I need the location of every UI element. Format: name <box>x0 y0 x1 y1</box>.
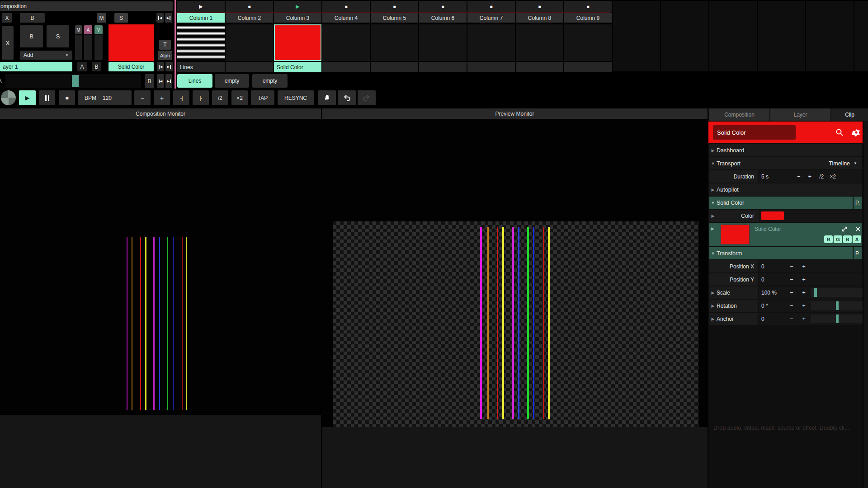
param-decrease-button[interactable]: − <box>787 313 796 325</box>
clip-label-5[interactable] <box>371 62 418 72</box>
section-dashboard[interactable]: ▶ Dashboard <box>709 144 862 156</box>
solid-color-effect-box[interactable]: ▶ Solid Color RGBA <box>709 223 862 246</box>
column-header-1[interactable]: Column 1 <box>177 13 225 23</box>
stop-button[interactable]: ■ <box>59 90 75 105</box>
clip-cell-8[interactable] <box>516 24 563 61</box>
param-value[interactable]: 0 <box>759 277 764 283</box>
solid-color-params-button[interactable]: P. <box>854 197 862 209</box>
channel-toggle-a[interactable]: A <box>853 235 861 243</box>
param-decrease-button[interactable]: − <box>787 286 796 299</box>
color-swatch[interactable] <box>761 211 784 220</box>
bpm-display[interactable]: BPM 120 <box>78 90 132 105</box>
duration-decrease-button[interactable]: − <box>797 173 801 180</box>
tab-layer[interactable]: Layer <box>770 108 830 121</box>
section-transport[interactable]: ▼ Transport Timeline ▼ <box>709 157 862 169</box>
clip-cell-4[interactable] <box>322 24 370 61</box>
clip-cell-1[interactable] <box>177 24 225 61</box>
clip-cell-6[interactable] <box>419 24 467 61</box>
column-header-9[interactable]: Column 9 <box>564 13 612 23</box>
tap-button[interactable]: TAP <box>251 90 274 105</box>
deck-tab-lines[interactable]: Lines <box>177 74 212 88</box>
nudge-up-button[interactable]: |- <box>193 90 209 105</box>
bpm-decrease-button[interactable]: − <box>134 90 151 105</box>
column-trigger-7[interactable]: ■ <box>467 1 515 12</box>
duration-value[interactable]: 5 s <box>759 174 769 180</box>
deck-skip-prev-button[interactable]: ◀ <box>157 74 164 88</box>
deck-tab-empty-1[interactable]: empty <box>215 74 249 88</box>
resync-button[interactable]: RESYNC <box>278 90 314 105</box>
column-header-5[interactable]: Column 5 <box>371 13 418 23</box>
tab-clip[interactable]: Clip <box>831 108 868 121</box>
column-trigger-4[interactable]: ■ <box>322 1 370 12</box>
column-header-6[interactable]: Column 6 <box>419 13 467 23</box>
column-header-8[interactable]: Column 8 <box>516 13 563 23</box>
param-value[interactable]: 0 <box>759 316 764 322</box>
column-header-4[interactable]: Column 4 <box>322 13 370 23</box>
section-solid-color[interactable]: ▼ Solid Color <box>709 197 853 209</box>
clip-name-field[interactable]: Solid Color <box>713 125 796 140</box>
clip-cell-2[interactable] <box>226 24 273 61</box>
param-slider[interactable] <box>811 288 867 297</box>
clip-label-3[interactable]: Solid Color <box>274 62 321 72</box>
metronome-button[interactable] <box>318 90 336 105</box>
composition-speed-dial[interactable] <box>1 90 16 105</box>
clip-cell-5[interactable] <box>371 24 418 61</box>
crossfader-track[interactable] <box>5 74 141 88</box>
undo-button[interactable] <box>338 90 356 105</box>
effect-remove-button[interactable] <box>854 225 862 233</box>
clip-label-2[interactable] <box>226 62 273 72</box>
param-decrease-button[interactable]: − <box>787 273 796 286</box>
duration-increase-button[interactable]: + <box>808 173 812 180</box>
param-increase-button[interactable]: + <box>799 286 808 299</box>
clip-cell-9[interactable] <box>564 24 612 61</box>
param-value[interactable]: 0 <box>759 263 764 270</box>
clip-cell-7[interactable] <box>467 24 515 61</box>
crossfader-handle[interactable] <box>72 75 79 87</box>
tab-composition[interactable]: Composition <box>709 108 769 121</box>
column-trigger-6[interactable]: ■ <box>419 1 467 12</box>
clip-label-6[interactable] <box>419 62 467 72</box>
param-increase-button[interactable]: + <box>799 273 808 286</box>
deck-tab-empty-2[interactable]: empty <box>252 74 288 88</box>
column-trigger-2[interactable]: ■ <box>226 1 273 12</box>
param-slider[interactable] <box>811 301 867 310</box>
bpm-double-button[interactable]: ×2 <box>231 90 248 105</box>
column-trigger-9[interactable]: ■ <box>564 1 612 12</box>
param-increase-button[interactable]: + <box>799 313 808 325</box>
transform-params-button[interactable]: P. <box>854 247 862 259</box>
clip-label-4[interactable] <box>322 62 370 72</box>
bpm-half-button[interactable]: /2 <box>212 90 228 105</box>
play-button[interactable]: ▶ <box>19 90 36 105</box>
crossfader-b-button[interactable]: B <box>145 74 154 88</box>
channel-toggle-b[interactable]: B <box>843 235 852 243</box>
param-increase-button[interactable]: + <box>799 260 808 272</box>
clip-label-1[interactable]: Lines <box>177 62 225 72</box>
column-header-7[interactable]: Column 7 <box>467 13 515 23</box>
search-button[interactable] <box>835 128 844 137</box>
param-decrease-button[interactable]: − <box>787 300 796 312</box>
channel-toggle-g[interactable]: G <box>834 235 842 243</box>
deck-skip-next-button[interactable]: ▶ <box>165 74 172 88</box>
redo-button[interactable] <box>358 90 376 105</box>
param-value[interactable]: 0 ° <box>759 303 768 309</box>
nudge-down-button[interactable]: -| <box>173 90 189 105</box>
param-decrease-button[interactable]: − <box>787 260 796 272</box>
column-trigger-3[interactable]: ▶ <box>274 1 321 12</box>
clip-settings-button[interactable] <box>852 128 861 137</box>
section-transform[interactable]: ▼ Transform <box>709 247 853 259</box>
column-header-3[interactable]: Column 3 <box>274 13 321 23</box>
param-slider-handle[interactable] <box>836 314 839 323</box>
param-slider-handle[interactable] <box>836 301 839 310</box>
bpm-increase-button[interactable]: + <box>154 90 170 105</box>
section-autopilot[interactable]: ▶ Autopilot <box>709 183 862 196</box>
param-slider-handle[interactable] <box>814 288 817 297</box>
pause-button[interactable] <box>39 90 55 105</box>
effect-expand-button[interactable] <box>841 225 848 233</box>
param-slider[interactable] <box>811 314 867 323</box>
column-trigger-8[interactable]: ■ <box>516 1 563 12</box>
param-increase-button[interactable]: + <box>799 300 808 312</box>
inspector-scrollbar[interactable] <box>863 122 868 488</box>
column-trigger-5[interactable]: ■ <box>371 1 418 12</box>
column-trigger-1[interactable]: ▶ <box>177 1 225 12</box>
clip-label-9[interactable] <box>564 62 612 72</box>
